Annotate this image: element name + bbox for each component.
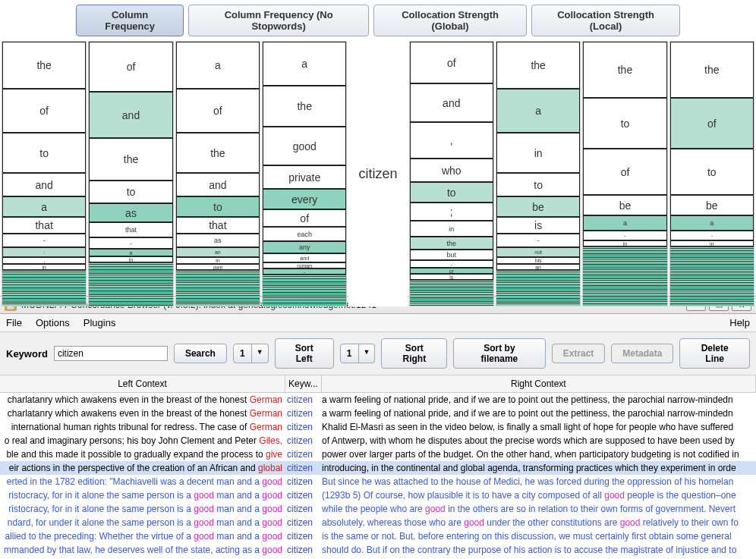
viz-word-cell[interactable]: private [263, 165, 346, 189]
viz-word-cell[interactable]: but [410, 250, 493, 260]
viz-word-cell[interactable]: to [410, 182, 493, 203]
viz-word-cell[interactable]: in [89, 256, 172, 262]
sort-left-num-dropdown[interactable]: 1 ▼ [233, 344, 269, 363]
viz-word-cell[interactable]: and [410, 83, 493, 122]
viz-word-cell[interactable]: - [670, 231, 754, 240]
viz-word-cell[interactable]: as [89, 203, 172, 222]
viz-word-cell[interactable]: of [176, 89, 260, 133]
viz-column[interactable]: ofandthetoasthat-ain [88, 41, 173, 306]
viz-word-cell[interactable]: each [263, 227, 346, 241]
viz-word-cell[interactable]: any [263, 241, 346, 253]
viz-word-cell[interactable]: and [263, 253, 346, 262]
viz-word-cell[interactable]: an [176, 247, 260, 257]
viz-word-cell[interactable]: as [176, 234, 260, 247]
viz-word-cell[interactable]: and [89, 92, 172, 138]
sort-filename-button[interactable]: Sort by filename [453, 338, 545, 369]
viz-word-cell[interactable]: in [2, 264, 86, 270]
viz-word-cell[interactable]: to [583, 98, 666, 149]
concordance-row[interactable]: o real and imaginary persons; his boy Jo… [0, 434, 756, 448]
sort-left-button[interactable]: Sort Left [275, 338, 334, 369]
concordance-row[interactable]: international human rights tribunal for … [0, 420, 756, 434]
viz-word-cell[interactable]: is [410, 274, 493, 280]
viz-word-cell[interactable]: a [263, 42, 346, 86]
viz-tab[interactable]: Column Frequency [76, 5, 184, 36]
viz-word-cell[interactable]: of [2, 89, 86, 133]
viz-word-cell[interactable]: that [176, 217, 260, 234]
concordance-row[interactable]: ristocracy, for in it alone the same per… [0, 488, 756, 502]
viz-word-cell[interactable]: : [2, 247, 86, 257]
sort-right-num-dropdown[interactable]: 1 ▼ [340, 344, 376, 363]
viz-word-cell[interactable]: good [263, 127, 346, 165]
viz-column[interactable]: thetoofbea-in [582, 41, 667, 306]
viz-word-cell[interactable]: an [496, 264, 580, 270]
viz-word-cell[interactable]: his [496, 257, 580, 264]
viz-word-cell[interactable]: to [670, 149, 754, 195]
viz-word-cell[interactable]: the [583, 42, 666, 98]
chevron-down-icon[interactable]: ▼ [252, 344, 269, 363]
concordance-row[interactable]: charlatanry which awakens even in the br… [0, 407, 756, 420]
menu-file[interactable]: File [6, 317, 22, 328]
keyword-input[interactable] [54, 346, 168, 361]
viz-word-cell[interactable]: that [2, 217, 86, 234]
viz-word-cell[interactable]: the [496, 42, 580, 89]
viz-word-cell[interactable]: of [583, 149, 666, 195]
viz-word-cell[interactable]: - [2, 234, 86, 247]
viz-word-cell[interactable]: be [496, 196, 580, 217]
menu-plugins[interactable]: Plugins [83, 317, 116, 328]
viz-word-cell[interactable]: a [496, 89, 580, 133]
viz-word-cell[interactable]: that [89, 222, 172, 237]
concordance-row[interactable]: mmanded by that law, he deserves well of… [0, 543, 756, 557]
viz-word-cell[interactable]: ; [410, 203, 493, 221]
sort-right-button[interactable]: Sort Right [381, 338, 447, 369]
viz-word-cell[interactable]: in [670, 240, 754, 247]
viz-column[interactable]: theoftoandathat-:,in [2, 41, 87, 306]
viz-word-cell[interactable]: a [89, 249, 172, 256]
viz-word-cell[interactable]: in [176, 257, 260, 264]
concordance-row[interactable]: ndard, for under it alone the same perso… [0, 516, 756, 529]
viz-word-cell[interactable]: in [410, 221, 493, 237]
viz-word-cell[interactable]: is [496, 217, 580, 234]
header-keyword[interactable]: Keyw... [285, 375, 322, 392]
viz-tab[interactable]: Column Frequency (No Stopwords) [188, 5, 369, 36]
concordance-row[interactable]: erted in the 1782 edition: "Machiavelli … [0, 475, 756, 488]
viz-column[interactable]: athegoodprivateeveryofeachanyandroman- [262, 41, 347, 306]
viz-word-cell[interactable]: - [410, 260, 493, 268]
viz-word-cell[interactable]: be [583, 195, 666, 215]
concordance-row[interactable]: allied to the preceding: Whether the vir… [0, 529, 756, 543]
viz-tab[interactable]: Collocation Strength (Global) [373, 5, 527, 36]
viz-word-cell[interactable]: to [176, 196, 260, 217]
viz-word-cell[interactable]: - [263, 269, 346, 275]
menu-options[interactable]: Options [36, 317, 70, 328]
viz-word-cell[interactable]: the [263, 86, 346, 127]
viz-column[interactable]: ofand,whoto;inthebut-oris [409, 41, 494, 306]
viz-word-cell[interactable]: a [2, 196, 86, 217]
viz-word-cell[interactable]: a [176, 42, 260, 89]
viz-word-cell[interactable]: of [410, 42, 493, 83]
concordance-table[interactable]: charlatanry which awakens even in the br… [0, 393, 756, 557]
viz-word-cell[interactable]: own [176, 264, 260, 270]
concordance-row[interactable]: charlatanry which awakens even in the br… [0, 393, 756, 407]
viz-word-cell[interactable]: a [583, 215, 666, 231]
viz-word-cell[interactable]: to [2, 133, 86, 173]
viz-column[interactable]: theaintobeis-nothisan [496, 41, 581, 306]
viz-word-cell[interactable]: of [263, 209, 346, 227]
menu-help[interactable]: Help [729, 317, 750, 328]
viz-word-cell[interactable]: and [176, 173, 260, 196]
viz-word-cell[interactable]: the [410, 237, 493, 250]
header-right-context[interactable]: Right Context [322, 375, 756, 392]
viz-word-cell[interactable]: to [496, 173, 580, 196]
concordance-row[interactable]: ristocracy, for in it alone the same per… [0, 502, 756, 516]
viz-word-cell[interactable]: - [496, 234, 580, 247]
concordance-row[interactable]: eir actions in the perspective of the cr… [0, 461, 756, 475]
viz-word-cell[interactable]: in [583, 240, 666, 247]
viz-word-cell[interactable]: be [670, 195, 754, 215]
header-left-context[interactable]: Left Context [0, 375, 285, 392]
viz-word-cell[interactable]: and [2, 173, 86, 196]
viz-tab[interactable]: Collocation Strength (Local) [531, 5, 680, 36]
chevron-down-icon[interactable]: ▼ [359, 344, 376, 363]
search-button[interactable]: Search [174, 344, 227, 363]
viz-word-cell[interactable]: not [496, 247, 580, 257]
viz-column[interactable]: aoftheandtothatasaninown [175, 41, 260, 306]
delete-line-button[interactable]: Delete Line [679, 338, 750, 369]
viz-word-cell[interactable]: who [410, 159, 493, 182]
